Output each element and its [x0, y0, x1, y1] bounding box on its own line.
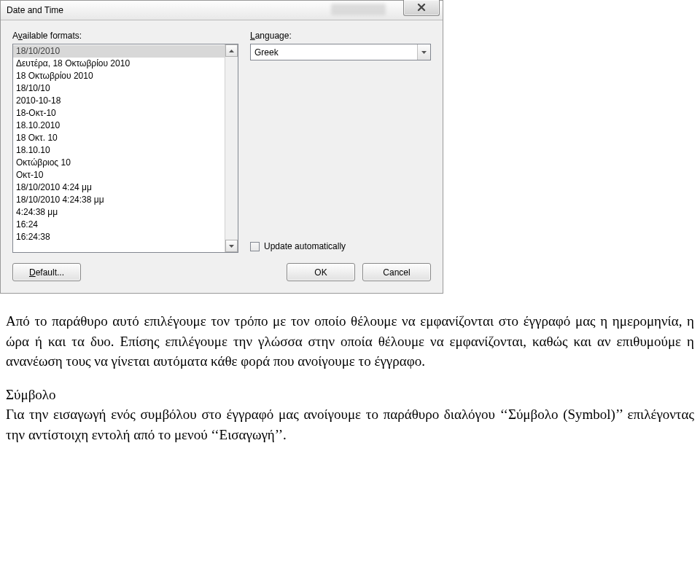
scroll-down-button[interactable] [225, 240, 238, 252]
scroll-up-button[interactable] [225, 44, 238, 57]
dropdown-arrow[interactable] [417, 44, 430, 60]
list-item[interactable]: 18/10/2010 4:24:38 μμ [13, 194, 225, 206]
paragraph-1: Από το παράθυρο αυτό επιλέγουμε τον τρόπ… [6, 311, 694, 372]
scroll-track[interactable] [225, 57, 238, 240]
close-button[interactable] [403, 0, 440, 16]
language-value: Greek [251, 47, 417, 58]
chevron-down-icon [421, 51, 427, 54]
paragraph-2: Για την εισαγωγή ενός συμβόλου στο έγγρα… [6, 404, 694, 444]
update-row: Update automatically [250, 241, 431, 251]
formats-label: Available formats: [12, 31, 238, 41]
list-item[interactable]: 2010-10-18 [13, 95, 225, 107]
list-item[interactable]: 18 Οκτ. 10 [13, 132, 225, 144]
dialog-title: Date and Time [1, 5, 63, 15]
list-item[interactable]: 18-Οκτ-10 [13, 107, 225, 119]
default-button[interactable]: Default... [12, 263, 81, 281]
titlebar[interactable]: Date and Time [1, 1, 443, 20]
dialog-footer: Default... OK Cancel [1, 253, 443, 293]
chevron-up-icon [229, 50, 234, 52]
list-item[interactable]: 16:24 [13, 219, 225, 231]
chevron-down-icon [229, 245, 234, 248]
list-item[interactable]: 18.10.10 [13, 144, 225, 157]
list-item[interactable]: 4:24:38 μμ [13, 206, 225, 219]
list-item[interactable]: 18/10/10 [13, 82, 225, 95]
language-label: Language: [250, 31, 431, 41]
formats-listbox[interactable]: 18/10/2010Δευτέρα, 18 Οκτωβρίου 201018 Ο… [12, 44, 238, 253]
list-item[interactable]: 18/10/2010 4:24 μμ [13, 181, 225, 194]
dialog-body: Available formats: 18/10/2010Δευτέρα, 18… [1, 20, 443, 253]
list-item[interactable]: Οκτ-10 [13, 169, 225, 181]
date-time-dialog: Date and Time Available formats: 18/10/2… [0, 0, 443, 294]
language-column: Language: Greek Update automatically [250, 31, 431, 253]
formats-list-inner: 18/10/2010Δευτέρα, 18 Οκτωβρίου 201018 Ο… [13, 44, 225, 252]
list-item[interactable]: Οκτώβριος 10 [13, 157, 225, 169]
update-checkbox[interactable] [250, 242, 260, 251]
scrollbar[interactable] [225, 44, 238, 252]
ok-button[interactable]: OK [287, 263, 355, 281]
list-item[interactable]: 18 Οκτωβρίου 2010 [13, 70, 225, 82]
document-text: Από το παράθυρο αυτό επιλέγουμε τον τρόπ… [0, 308, 700, 444]
list-item[interactable]: Δευτέρα, 18 Οκτωβρίου 2010 [13, 58, 225, 70]
titlebar-blur [331, 4, 386, 15]
list-item[interactable]: 18.10.2010 [13, 119, 225, 132]
close-icon [417, 4, 426, 12]
update-label: Update automatically [264, 241, 346, 251]
list-item[interactable]: 18/10/2010 [13, 45, 225, 58]
cancel-button[interactable]: Cancel [362, 263, 431, 281]
language-dropdown[interactable]: Greek [250, 44, 431, 60]
list-item[interactable]: 16:24:38 [13, 231, 225, 243]
formats-column: Available formats: 18/10/2010Δευτέρα, 18… [12, 31, 238, 253]
section-heading: Σύμβολο [6, 385, 694, 405]
